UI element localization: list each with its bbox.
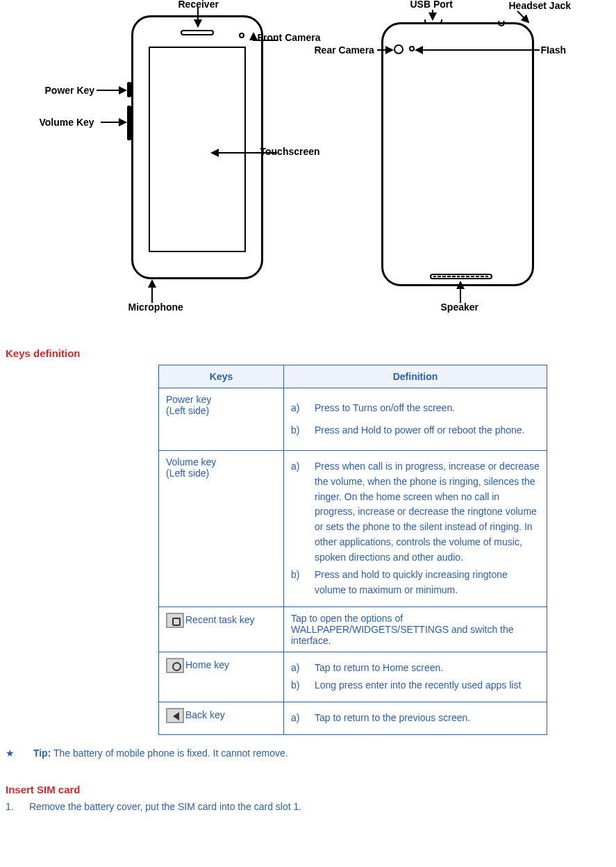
- marker: b): [291, 678, 302, 693]
- label-power-key: Power Key: [45, 85, 95, 96]
- label-speaker: Speaker: [441, 302, 478, 313]
- cell-key: Power key (Left side): [159, 388, 284, 451]
- step-item: 1.Remove the battery cover, put the SIM …: [6, 801, 613, 812]
- marker: a): [291, 711, 302, 726]
- tip-line: ★ Tip: The battery of mobile phone is fi…: [6, 748, 613, 759]
- label-volume-key: Volume Key: [40, 117, 94, 128]
- def-text: Tap to open the options of WALLPAPER/WID…: [291, 613, 514, 646]
- phone-diagram-row: Receiver Front Camera Power Key Volume K…: [3, 0, 613, 322]
- cell-definition: a)Press when call is in progress, increa…: [284, 451, 547, 606]
- th-keys: Keys: [159, 365, 284, 388]
- back-key-icon: [166, 708, 184, 723]
- cell-definition: Tap to open the options of WALLPAPER/WID…: [284, 606, 547, 652]
- phone-back-diagram: USB Port Headset Jack Rear Camera FIash …: [312, 3, 576, 322]
- power-key-icon: [127, 82, 131, 97]
- star-icon: ★: [6, 748, 31, 759]
- label-usb-port: USB Port: [410, 0, 453, 10]
- key-name: Volume key: [166, 456, 276, 468]
- volume-key-icon: [127, 106, 131, 140]
- receiver-icon: [181, 30, 214, 35]
- key-name: Home key: [185, 659, 229, 670]
- step-number: 1.: [6, 801, 29, 812]
- label-rear-camera: Rear Camera: [315, 44, 374, 56]
- step-text: Remove the battery cover, put the SIM ca…: [29, 801, 301, 812]
- cell-key: Back key: [159, 702, 284, 734]
- touchscreen-area: [149, 47, 246, 252]
- def-text: Press and hold to quickly increasing rin…: [315, 568, 540, 597]
- tip-text: The battery of mobile phone is fixed. It…: [51, 748, 288, 759]
- table-row: Recent task key Tap to open the options …: [159, 606, 547, 652]
- key-name: Power key: [166, 394, 276, 405]
- headset-jack-icon: [498, 19, 505, 26]
- speaker-icon: [430, 274, 492, 279]
- def-text: Long press enter into the recently used …: [315, 678, 521, 693]
- home-key-icon: [166, 658, 184, 673]
- def-text: Press to Turns on/off the screen.: [315, 401, 455, 416]
- heading-keys-definition: Keys definition: [6, 347, 613, 359]
- cell-key: Recent task key: [159, 606, 284, 652]
- recent-task-icon: [166, 613, 184, 628]
- phone-back-outline: [381, 22, 534, 286]
- key-sub: (Left side): [166, 405, 276, 416]
- svg-line-6: [517, 11, 528, 22]
- marker: b): [291, 423, 302, 438]
- table-row: Back key a)Tap to return to the previous…: [159, 702, 547, 734]
- label-flash: FIash: [541, 44, 567, 56]
- def-text: Press when call is in progress, increase…: [315, 459, 540, 565]
- phone-front-outline: [131, 15, 263, 279]
- table-row: Volume key (Left side) a)Press when call…: [159, 451, 547, 606]
- key-sub: (Left side): [166, 468, 276, 479]
- marker: a): [291, 661, 302, 676]
- heading-insert-sim: Insert SIM card: [6, 784, 613, 795]
- def-text: Press and Hold to power off or reboot th…: [315, 423, 540, 438]
- key-name: Back key: [185, 709, 225, 720]
- front-camera-icon: [239, 33, 244, 38]
- flash-icon: [409, 46, 415, 51]
- cell-definition: a)Tap to return to Home screen. b)Long p…: [284, 652, 547, 702]
- label-headset-jack: Headset Jack: [509, 0, 572, 11]
- table-row: Home key a)Tap to return to Home screen.…: [159, 652, 547, 702]
- keys-definition-table: Keys Definition Power key (Left side) a)…: [158, 365, 547, 735]
- def-text: Tap to return to the previous screen.: [315, 711, 470, 726]
- th-definition: Definition: [284, 365, 547, 388]
- table-row: Power key (Left side) a)Press to Turns o…: [159, 388, 547, 451]
- usb-port-icon: [424, 19, 442, 24]
- def-text: Tap to return to Home screen.: [315, 661, 443, 676]
- cell-key: Home key: [159, 652, 284, 702]
- tip-label: Tip:: [33, 748, 51, 759]
- rear-camera-icon: [394, 44, 403, 54]
- marker: a): [291, 459, 302, 565]
- cell-definition: a)Press to Turns on/off the screen. b)Pr…: [284, 388, 547, 451]
- cell-definition: a)Tap to return to the previous screen.: [284, 702, 547, 734]
- label-receiver: Receiver: [178, 0, 219, 10]
- key-name: Recent task key: [185, 613, 255, 625]
- phone-front-diagram: Receiver Front Camera Power Key Volume K…: [41, 3, 284, 322]
- label-microphone: Microphone: [128, 302, 183, 313]
- cell-key: Volume key (Left side): [159, 451, 284, 606]
- marker: a): [291, 401, 302, 416]
- marker: b): [291, 568, 302, 597]
